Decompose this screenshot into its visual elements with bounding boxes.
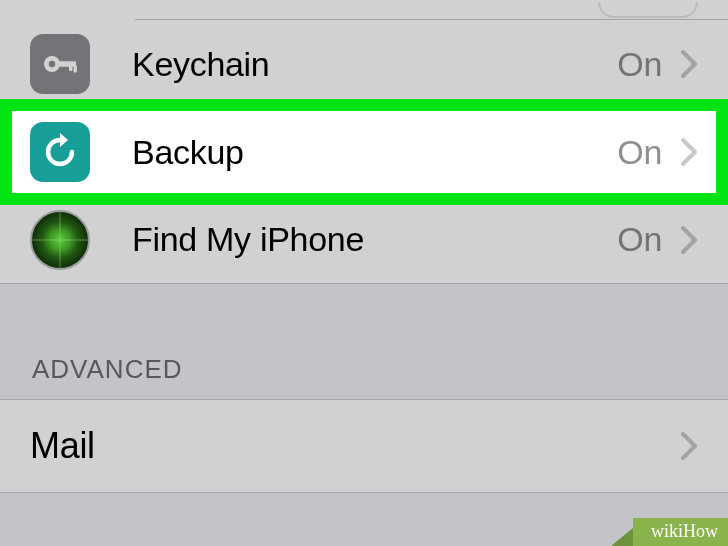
row-keychain-status: On	[617, 45, 662, 84]
watermark-text: wikiHow	[633, 518, 728, 546]
svg-point-1	[49, 61, 55, 67]
backup-restore-icon	[30, 122, 90, 182]
section-gap	[0, 284, 728, 354]
row-find-my-iphone[interactable]: Find My iPhone On	[0, 196, 728, 284]
partial-row-above	[0, 0, 728, 20]
watermark-fold	[611, 528, 633, 546]
chevron-right-icon	[680, 225, 698, 255]
chevron-right-icon	[680, 49, 698, 79]
row-keychain[interactable]: Keychain On	[0, 20, 728, 108]
svg-rect-4	[74, 65, 77, 73]
toggle-switch-fragment[interactable]	[598, 2, 698, 18]
row-backup[interactable]: Backup On	[0, 108, 728, 196]
highlight-backup: Backup On	[0, 108, 728, 196]
svg-rect-3	[69, 65, 72, 71]
row-keychain-label: Keychain	[132, 45, 617, 84]
svg-rect-2	[58, 61, 76, 67]
row-mail[interactable]: Mail	[0, 399, 728, 493]
radar-icon	[30, 210, 90, 270]
row-backup-label: Backup	[132, 133, 617, 172]
row-findmy-status: On	[617, 220, 662, 259]
row-findmy-label: Find My iPhone	[132, 220, 617, 259]
row-mail-label: Mail	[30, 425, 680, 467]
settings-screen: Keychain On Backup On	[0, 0, 728, 546]
chevron-right-icon	[680, 431, 698, 461]
section-header-advanced: ADVANCED	[0, 354, 728, 399]
svg-marker-5	[60, 133, 68, 147]
chevron-right-icon	[680, 137, 698, 167]
wikihow-watermark: wikiHow	[633, 518, 728, 546]
row-backup-status: On	[617, 133, 662, 172]
key-icon	[30, 34, 90, 94]
